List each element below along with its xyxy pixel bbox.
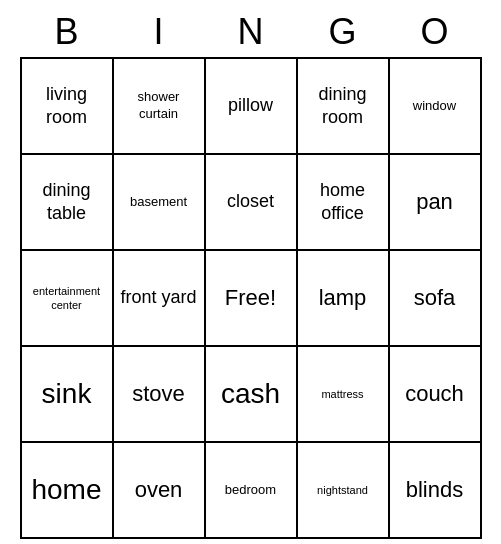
bingo-letter: G — [297, 10, 389, 53]
bingo-cell: dining table — [22, 155, 114, 251]
bingo-cell: oven — [114, 443, 206, 539]
cell-label: entertainment center — [26, 284, 108, 313]
cell-label: home — [31, 472, 101, 508]
cell-label: Free! — [225, 284, 276, 313]
cell-label: closet — [227, 190, 274, 213]
bingo-cell: dining room — [298, 59, 390, 155]
bingo-letter: I — [113, 10, 205, 53]
bingo-cell: Free! — [206, 251, 298, 347]
cell-label: couch — [405, 380, 464, 409]
cell-label: pan — [416, 188, 453, 217]
bingo-cell: mattress — [298, 347, 390, 443]
cell-label: bedroom — [225, 482, 276, 499]
cell-label: blinds — [406, 476, 463, 505]
bingo-cell: lamp — [298, 251, 390, 347]
bingo-cell: sink — [22, 347, 114, 443]
bingo-cell: pan — [390, 155, 482, 251]
bingo-letter: O — [389, 10, 481, 53]
cell-label: living room — [26, 83, 108, 130]
bingo-cell: stove — [114, 347, 206, 443]
cell-label: nightstand — [317, 483, 368, 497]
bingo-cell: home — [22, 443, 114, 539]
cell-label: front yard — [120, 286, 196, 309]
bingo-letter: B — [21, 10, 113, 53]
cell-label: cash — [221, 376, 280, 412]
bingo-grid: living roomshower curtainpillowdining ro… — [20, 57, 482, 539]
bingo-header: BINGO — [21, 10, 481, 53]
bingo-cell: shower curtain — [114, 59, 206, 155]
cell-label: dining room — [302, 83, 384, 130]
cell-label: stove — [132, 380, 185, 409]
cell-label: basement — [130, 194, 187, 211]
bingo-cell: living room — [22, 59, 114, 155]
cell-label: sofa — [414, 284, 456, 313]
bingo-cell: blinds — [390, 443, 482, 539]
bingo-cell: entertainment center — [22, 251, 114, 347]
cell-label: mattress — [321, 387, 363, 401]
cell-label: dining table — [26, 179, 108, 226]
cell-label: home office — [302, 179, 384, 226]
bingo-cell: closet — [206, 155, 298, 251]
bingo-cell: couch — [390, 347, 482, 443]
cell-label: lamp — [319, 284, 367, 313]
bingo-cell: home office — [298, 155, 390, 251]
cell-label: pillow — [228, 94, 273, 117]
bingo-cell: front yard — [114, 251, 206, 347]
bingo-letter: N — [205, 10, 297, 53]
cell-label: window — [413, 98, 456, 115]
bingo-cell: basement — [114, 155, 206, 251]
bingo-cell: bedroom — [206, 443, 298, 539]
bingo-cell: pillow — [206, 59, 298, 155]
bingo-cell: window — [390, 59, 482, 155]
cell-label: shower curtain — [118, 89, 200, 123]
bingo-cell: cash — [206, 347, 298, 443]
bingo-cell: nightstand — [298, 443, 390, 539]
cell-label: oven — [135, 476, 183, 505]
cell-label: sink — [42, 376, 92, 412]
bingo-cell: sofa — [390, 251, 482, 347]
